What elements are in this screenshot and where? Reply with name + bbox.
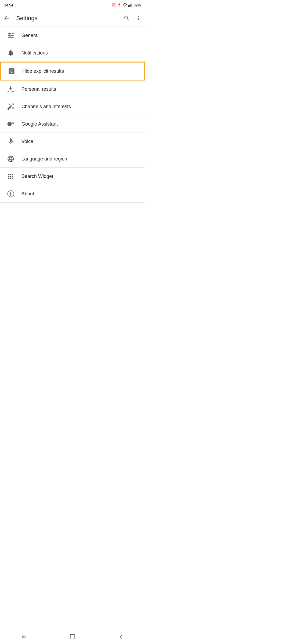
svg-point-5	[12, 122, 14, 124]
settings-item-notifications[interactable]: Notifications	[0, 44, 145, 62]
svg-rect-2	[130, 4, 131, 7]
voice-icon	[5, 138, 16, 145]
alarm-icon: ⏰	[112, 3, 116, 7]
assistant-icon	[5, 120, 16, 128]
settings-item-personal-results[interactable]: Personal results	[0, 80, 145, 98]
settings-item-assistant[interactable]: Google Assistant	[0, 115, 145, 133]
page-title: Settings	[16, 15, 124, 22]
location-icon: 📍	[117, 3, 121, 7]
about-icon	[5, 190, 16, 197]
channels-label: Channels and interests	[21, 104, 71, 109]
assistant-label: Google Assistant	[21, 121, 58, 127]
voice-label: Voice	[21, 139, 33, 144]
toolbar: Settings	[0, 10, 145, 27]
settings-item-language[interactable]: Language and region	[0, 150, 145, 168]
about-label: About	[21, 191, 34, 197]
status-icons: ⏰ 📍 32%	[112, 3, 141, 7]
svg-rect-1	[129, 5, 130, 7]
settings-item-hide-explicit[interactable]: Hide explicit results	[0, 62, 145, 80]
settings-item-voice[interactable]: Voice	[0, 133, 145, 150]
search-button[interactable]	[124, 15, 130, 21]
language-icon	[5, 155, 16, 163]
svg-rect-3	[132, 3, 132, 7]
personal-results-label: Personal results	[21, 86, 56, 92]
svg-point-4	[8, 122, 12, 126]
widget-label: Search Widget	[21, 174, 53, 179]
general-icon	[5, 32, 16, 39]
notifications-label: Notifications	[21, 50, 48, 56]
settings-item-general[interactable]: General	[0, 27, 145, 44]
status-time: 14:54	[4, 3, 13, 7]
status-bar: 14:54 ⏰ 📍 32%	[0, 0, 145, 10]
signal-icon	[128, 3, 133, 7]
personal-icon	[5, 85, 16, 93]
language-label: Language and region	[21, 156, 67, 162]
widget-icon	[5, 173, 16, 180]
general-label: General	[21, 33, 39, 38]
settings-list: General Notifications Hide explicit resu…	[0, 27, 145, 203]
settings-item-channels[interactable]: Channels and interests	[0, 98, 145, 115]
explicit-icon	[6, 67, 17, 75]
settings-item-about[interactable]: About	[0, 185, 145, 203]
back-button[interactable]	[3, 15, 10, 21]
settings-item-widget[interactable]: Search Widget	[0, 168, 145, 185]
channels-icon	[5, 103, 16, 110]
more-options-button[interactable]	[135, 15, 142, 21]
svg-rect-0	[128, 5, 129, 7]
hide-explicit-label: Hide explicit results	[22, 68, 64, 74]
wifi-icon	[122, 3, 127, 7]
notifications-icon	[5, 49, 16, 57]
battery-text: 32%	[134, 3, 141, 7]
